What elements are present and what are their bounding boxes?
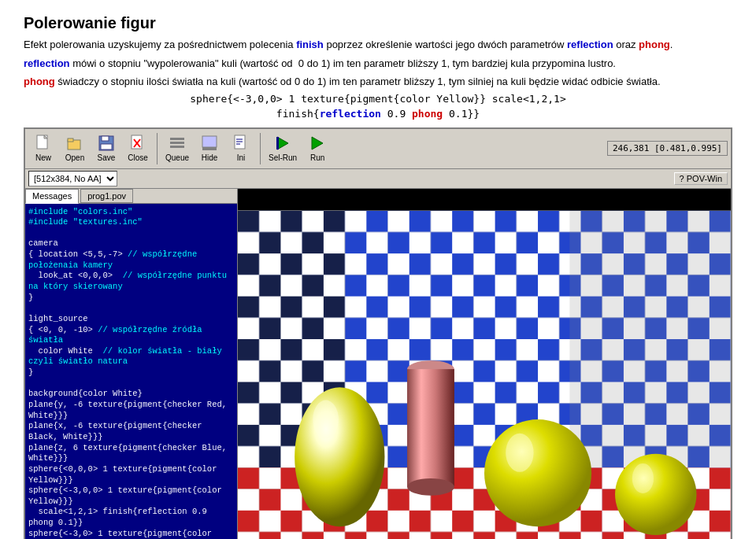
- open-button[interactable]: Open: [60, 131, 90, 167]
- svg-marker-19: [277, 137, 288, 150]
- run-label: Run: [310, 153, 324, 162]
- title-section: Polerowanie figur Efekt polerowania uzys…: [24, 14, 732, 120]
- sel-run-label: Sel-Run: [269, 153, 297, 162]
- code-line-2: finish{reflection 0.9 phong 0.1}}: [24, 108, 732, 120]
- render-panel: [238, 189, 731, 540]
- svg-point-44: [615, 453, 696, 534]
- svg-rect-5: [102, 136, 109, 141]
- run-button[interactable]: Run: [302, 131, 332, 167]
- queue-button[interactable]: Queue: [161, 131, 193, 167]
- svg-rect-40: [407, 369, 454, 487]
- open-label: Open: [65, 153, 84, 162]
- desc-p1: Efekt polerowania uzyskujemy za pośredni…: [24, 37, 732, 53]
- finish-kw: finish{: [276, 108, 320, 120]
- svg-rect-3: [68, 138, 73, 142]
- svg-marker-21: [312, 137, 323, 150]
- hide-label: Hide: [202, 153, 218, 162]
- pov-ray-window: New Open Save: [24, 127, 732, 540]
- save-icon: [98, 135, 115, 152]
- svg-rect-20: [276, 137, 279, 150]
- code-editor[interactable]: #include "colors.inc" #include "textures…: [25, 204, 237, 540]
- svg-point-47: [506, 433, 533, 471]
- ini-button[interactable]: Ini: [226, 131, 256, 167]
- coords-display: 246,381 [0.481,0.995]: [607, 141, 728, 156]
- svg-point-46: [484, 419, 591, 526]
- secondary-toolbar: [512x384, No AA] ? POV-Win: [25, 169, 731, 189]
- new-label: New: [35, 153, 51, 162]
- toolbar-right: 246,381 [0.481,0.995]: [607, 141, 728, 156]
- svg-point-43: [313, 400, 339, 438]
- pov-window-inner: New Open Save: [25, 129, 731, 540]
- open-icon: [66, 135, 83, 152]
- sel-run-button[interactable]: Sel-Run: [265, 131, 301, 167]
- page-container: Polerowanie figur Efekt polerowania uzys…: [0, 0, 756, 539]
- phong-keyword-p1: phong: [639, 39, 670, 50]
- svg-rect-6: [101, 144, 112, 150]
- queue-icon: [169, 135, 186, 152]
- close-icon: [129, 135, 146, 152]
- main-toolbar: New Open Save: [25, 129, 731, 169]
- tab-messages[interactable]: Messages: [25, 189, 79, 204]
- save-label: Save: [98, 153, 116, 162]
- tab-file[interactable]: prog1.pov: [80, 189, 133, 203]
- ini-label: Ini: [237, 153, 246, 162]
- svg-point-45: [632, 463, 654, 493]
- run-icon: [309, 135, 326, 152]
- svg-rect-12: [170, 146, 184, 148]
- resolution-dropdown[interactable]: [512x384, No AA]: [28, 171, 117, 186]
- hide-icon: [201, 135, 218, 152]
- new-button[interactable]: New: [28, 131, 58, 167]
- svg-rect-14: [202, 147, 217, 150]
- close-button[interactable]: Close: [123, 131, 153, 167]
- code-line-1: sphere{<-3,0,0> 1 texture{pigment{color …: [24, 93, 732, 105]
- sel-run-icon: [274, 135, 291, 152]
- desc-p3: phong świadczy o stopniu ilości światła …: [24, 74, 732, 90]
- hide-button[interactable]: Hide: [195, 131, 224, 167]
- svg-rect-11: [170, 142, 184, 144]
- toolbar-sep-2: [260, 133, 261, 164]
- reflection-val: reflection: [320, 108, 381, 120]
- messages-panel: Messages prog1.pov #include "colors.inc"…: [25, 189, 238, 540]
- editor-area: Messages prog1.pov #include "colors.inc"…: [25, 189, 731, 540]
- render-scene: [238, 189, 731, 540]
- svg-point-42: [295, 387, 384, 526]
- close-label: Close: [128, 153, 148, 162]
- finish-keyword: finish: [296, 39, 324, 50]
- svg-point-41: [407, 478, 454, 495]
- toolbar-sep-1: [157, 133, 158, 164]
- phong-val: phong: [412, 108, 443, 120]
- reflection-keyword-2: reflection: [24, 57, 70, 69]
- new-icon: [35, 135, 52, 152]
- page-title: Polerowanie figur: [24, 14, 732, 32]
- queue-label: Queue: [165, 153, 189, 162]
- phong-keyword-p3: phong: [24, 76, 55, 87]
- svg-rect-10: [170, 138, 184, 140]
- reflection-keyword: reflection: [567, 39, 613, 50]
- svg-rect-13: [202, 136, 217, 147]
- desc-p2: reflection mówi o stopniu "wypolerowania…: [24, 56, 732, 72]
- help-button[interactable]: ? POV-Win: [674, 172, 728, 185]
- save-button[interactable]: Save: [91, 131, 121, 167]
- tab-bar: Messages prog1.pov: [25, 189, 237, 204]
- ini-icon: [232, 135, 250, 152]
